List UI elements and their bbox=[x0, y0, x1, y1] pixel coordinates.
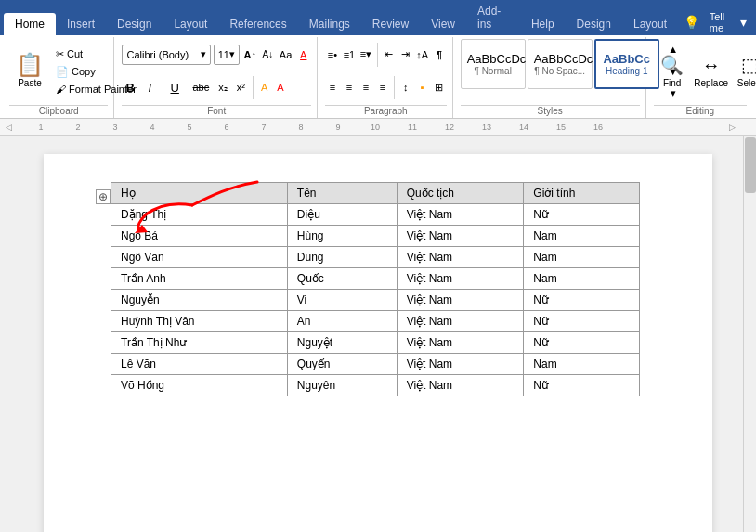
editing-group: 🔍 Find ↔ Replace ⬚ Select Editing bbox=[648, 37, 752, 118]
share-icon[interactable]: Tell me bbox=[704, 9, 730, 35]
styles-group-label: Styles bbox=[461, 105, 640, 118]
tab-bar: Home Insert Design Layout References Mai… bbox=[0, 0, 756, 35]
italic-button[interactable]: I bbox=[144, 79, 164, 97]
ruler-marks: 1 2 3 4 5 6 7 8 9 10 11 12 13 14 15 16 bbox=[22, 123, 752, 132]
editing-row: 🔍 Find ↔ Replace ⬚ Select bbox=[654, 39, 747, 103]
table-row: Đặng ThịDiệuViệt NamNữ bbox=[111, 204, 640, 226]
table-header-row: Họ Tên Quốc tịch Giới tính bbox=[111, 183, 640, 204]
table-row: Huỳnh Thị VânAnViệt NamNữ bbox=[111, 311, 640, 332]
clipboard-group: 📋 Paste ✂ Cut 📄 Copy 🖌 Format Painter Cl… bbox=[4, 37, 114, 118]
increase-font-button[interactable]: A↑ bbox=[242, 45, 257, 65]
font-divider bbox=[253, 76, 254, 100]
font-group: Calibri (Body) ▾ 11 ▾ A↑ A↓ Aa A B I U a… bbox=[116, 37, 317, 118]
shading-button[interactable]: ▪ bbox=[415, 77, 430, 97]
tab-home[interactable]: Home bbox=[4, 13, 56, 35]
table-row: Ngô BáHùngViệt NamNam bbox=[111, 226, 640, 247]
para-div1 bbox=[377, 43, 378, 67]
font-row2: B I U abc x₂ x² A A bbox=[122, 72, 310, 104]
table-row: Võ HồngNguyênViệt NamNữ bbox=[111, 375, 640, 396]
vertical-scrollbar[interactable] bbox=[743, 136, 756, 532]
font-row1: Calibri (Body) ▾ 11 ▾ A↑ A↓ Aa A bbox=[122, 39, 310, 71]
tab-mailings[interactable]: Mailings bbox=[298, 13, 361, 35]
clipboard-label: Clipboard bbox=[9, 105, 108, 118]
style-no-spacing[interactable]: AaBbCcDc ¶ No Spac... bbox=[528, 39, 593, 89]
style-normal[interactable]: AaBbCcDc ¶ Normal bbox=[461, 39, 526, 89]
paragraph-group-label: Paragraph bbox=[325, 105, 447, 118]
decrease-indent-button[interactable]: ⇤ bbox=[382, 45, 397, 65]
styles-group: AaBbCcDc ¶ Normal AaBbCcDc ¶ No Spac... … bbox=[455, 37, 646, 118]
table-row: Lê VănQuyếnViệt NamNam bbox=[111, 354, 640, 375]
select-icon: ⬚ bbox=[741, 54, 756, 76]
col-gioi-tinh: Giới tính bbox=[524, 183, 640, 204]
font-family-selector[interactable]: Calibri (Body) ▾ bbox=[122, 45, 210, 65]
dropdown-arrow-icon: ▾ bbox=[201, 48, 206, 60]
scrollbar-thumb[interactable] bbox=[745, 137, 756, 193]
paragraph-group: ≡• ≡1 ≡▾ ⇤ ⇥ ↕A ¶ ≡ ≡ ≡ ≡ ↕ ▪ ⊞ Paragrap… bbox=[319, 37, 453, 118]
bullets-button[interactable]: ≡• bbox=[325, 45, 340, 65]
table-row: Trần AnhQuốcViệt NamNam bbox=[111, 268, 640, 290]
borders-button[interactable]: ⊞ bbox=[432, 77, 447, 97]
styles-row: AaBbCcDc ¶ Normal AaBbCcDc ¶ No Spac... … bbox=[461, 39, 640, 103]
align-left-button[interactable]: ≡ bbox=[325, 77, 340, 97]
col-ten: Tên bbox=[287, 183, 397, 204]
tab-addins[interactable]: Add-ins bbox=[466, 0, 520, 35]
find-icon: 🔍 bbox=[660, 54, 684, 76]
clipboard-row: 📋 Paste ✂ Cut 📄 Copy 🖌 Format Painter bbox=[9, 39, 108, 103]
data-table: Họ Tên Quốc tịch Giới tính Đặng ThịDiệuV… bbox=[111, 182, 640, 396]
clear-formatting-button[interactable]: A bbox=[296, 45, 311, 65]
show-marks-button[interactable]: ¶ bbox=[432, 45, 447, 65]
table-row: NguyễnViViệt NamNữ bbox=[111, 290, 640, 311]
tab-right-icons: 💡 Tell me ▾ bbox=[678, 9, 756, 35]
subscript-button[interactable]: x₂ bbox=[215, 80, 231, 96]
paste-icon: 📋 bbox=[16, 54, 44, 76]
font-size-selector[interactable]: 11 ▾ bbox=[214, 45, 240, 65]
tab-help[interactable]: Help bbox=[520, 13, 566, 35]
replace-icon: ↔ bbox=[702, 55, 721, 76]
minimize-icon[interactable]: ▾ bbox=[730, 9, 756, 35]
tab-design[interactable]: Design bbox=[106, 13, 163, 35]
underline-button[interactable]: U bbox=[166, 79, 187, 97]
tab-review[interactable]: Review bbox=[361, 13, 420, 35]
tab-insert[interactable]: Insert bbox=[56, 13, 106, 35]
tab-layout[interactable]: Layout bbox=[163, 13, 218, 35]
decrease-font-button[interactable]: A↓ bbox=[260, 45, 275, 65]
light-bulb-icon[interactable]: 💡 bbox=[678, 9, 704, 35]
col-ho: Họ bbox=[111, 183, 288, 204]
select-button[interactable]: ⬚ Select bbox=[732, 45, 756, 98]
strikethrough-button[interactable]: abc bbox=[189, 80, 213, 95]
multilevel-button[interactable]: ≡▾ bbox=[358, 45, 373, 65]
table-row: Ngô VănDũngViệt NamNam bbox=[111, 247, 640, 268]
find-button[interactable]: 🔍 Find bbox=[654, 45, 691, 98]
editing-group-label: Editing bbox=[654, 105, 747, 118]
tab-design2[interactable]: Design bbox=[566, 13, 622, 35]
font-color-button[interactable]: A bbox=[273, 80, 287, 95]
tab-references[interactable]: References bbox=[218, 13, 297, 35]
sort-button[interactable]: ↕A bbox=[415, 45, 430, 65]
font-group-label: Font bbox=[122, 105, 310, 118]
change-case-button[interactable]: Aa bbox=[278, 45, 293, 65]
col-quoc-tich: Quốc tịch bbox=[397, 183, 524, 204]
line-spacing-button[interactable]: ↕ bbox=[398, 77, 413, 97]
justify-button[interactable]: ≡ bbox=[375, 77, 390, 97]
page: ⊕ Họ Tên Quốc tịch Giới tính Đặng ThịDiệ… bbox=[44, 154, 712, 532]
align-center-button[interactable]: ≡ bbox=[342, 77, 357, 97]
paste-button[interactable]: 📋 Paste bbox=[9, 45, 50, 98]
bold-button[interactable]: B bbox=[122, 79, 142, 97]
increase-indent-button[interactable]: ⇥ bbox=[398, 45, 413, 65]
ruler: ◁ 1 2 3 4 5 6 7 8 9 10 11 12 13 14 15 16… bbox=[0, 119, 756, 136]
ruler-content: ◁ 1 2 3 4 5 6 7 8 9 10 11 12 13 14 15 16… bbox=[4, 119, 752, 135]
para-row1: ≡• ≡1 ≡▾ ⇤ ⇥ ↕A ¶ bbox=[325, 39, 447, 71]
tab-layout2[interactable]: Layout bbox=[622, 13, 678, 35]
size-dropdown-icon: ▾ bbox=[229, 48, 235, 60]
ribbon: 📋 Paste ✂ Cut 📄 Copy 🖌 Format Painter Cl… bbox=[0, 35, 756, 119]
superscript-button[interactable]: x² bbox=[233, 80, 249, 95]
table-move-handle[interactable]: ⊕ bbox=[96, 189, 111, 204]
replace-button[interactable]: ↔ Replace bbox=[693, 45, 730, 98]
document-area: ⊕ Họ Tên Quốc tịch Giới tính Đặng ThịDiệ… bbox=[0, 136, 756, 532]
tab-view[interactable]: View bbox=[420, 13, 466, 35]
para-div2 bbox=[394, 76, 395, 100]
numbering-button[interactable]: ≡1 bbox=[342, 45, 357, 65]
align-right-button[interactable]: ≡ bbox=[358, 77, 373, 97]
table-row: Trần Thị NhưNguyệtViệt NamNữ bbox=[111, 332, 640, 354]
highlight-button[interactable]: A bbox=[257, 80, 271, 95]
